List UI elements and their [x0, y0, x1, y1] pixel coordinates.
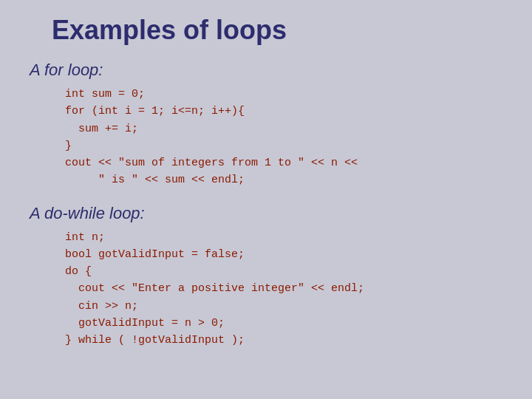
do-while-loop-heading: A do-while loop: — [30, 204, 502, 223]
do-while-loop-section: A do-while loop: int n; bool gotValidInp… — [30, 204, 502, 349]
for-loop-code: int sum = 0; for (int i = 1; i<=n; i++){… — [30, 86, 502, 189]
slide-title: Examples of loops — [30, 15, 502, 46]
for-loop-heading: A for loop: — [30, 61, 502, 80]
slide: Examples of loops A for loop: int sum = … — [0, 0, 532, 399]
for-loop-section: A for loop: int sum = 0; for (int i = 1;… — [30, 61, 502, 189]
do-while-loop-code: int n; bool gotValidInput = false; do { … — [30, 229, 502, 349]
